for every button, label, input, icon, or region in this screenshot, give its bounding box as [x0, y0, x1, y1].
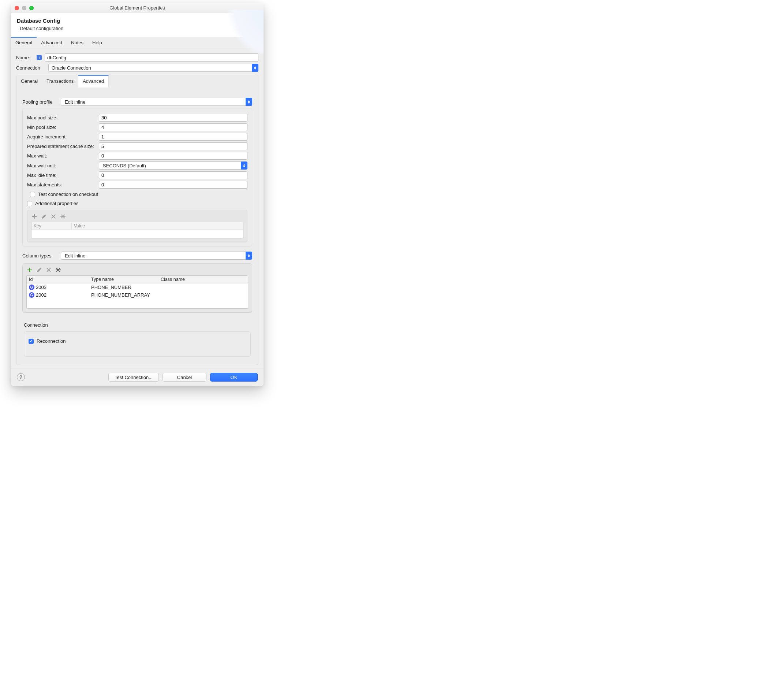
row-type-name: PHONE_NUMBER_ARRAY	[89, 291, 159, 299]
row-id: 2003	[36, 285, 47, 290]
prepared-cache-label: Prepared statement cache size:	[27, 143, 96, 149]
clear-icon	[60, 213, 66, 220]
col-header-id: Id	[27, 276, 89, 283]
header-title: Database Config	[17, 17, 258, 24]
globe-icon: G	[29, 292, 34, 298]
reconnection-checkbox[interactable]	[28, 339, 34, 344]
column-types-value: Edit inline	[65, 253, 85, 259]
max-idle-label: Max idle time:	[27, 173, 96, 178]
add-icon[interactable]	[26, 266, 33, 273]
delete-icon	[50, 213, 57, 220]
add-icon	[31, 213, 38, 220]
globe-icon: G	[29, 285, 34, 290]
pooling-profile-value: Edit inline	[65, 99, 85, 105]
max-wait-unit-select[interactable]: SECONDS (Default)	[99, 162, 247, 170]
pooling-profile-card: Max pool size: Min pool size: Acquire in…	[22, 108, 252, 246]
name-input[interactable]	[45, 53, 258, 62]
table-row[interactable]: G2003 PHONE_NUMBER	[27, 283, 248, 291]
header-subtitle: Default configuration	[20, 26, 258, 31]
kv-header-value: Value	[72, 222, 243, 230]
test-connection-button[interactable]: Test Connection...	[108, 373, 159, 382]
reconnection-label: Reconnection	[37, 338, 66, 344]
connection-label: Connection	[16, 65, 45, 71]
dialog-footer: ? Test Connection... Cancel OK	[11, 368, 263, 386]
row-class-name	[159, 287, 248, 288]
edit-icon	[36, 266, 42, 273]
minimize-icon	[22, 6, 26, 10]
kv-header-key: Key	[31, 222, 72, 230]
acquire-increment-label: Acquire increment:	[27, 134, 96, 140]
column-types-card: Id Type name Class name G2003 PHONE_NUMB…	[22, 263, 252, 313]
connection-section: Connection Reconnection	[22, 318, 252, 358]
test-checkout-label: Test connection on checkout	[38, 192, 98, 197]
connection-panel: General Transactions Advanced Pooling pr…	[16, 75, 258, 365]
zoom-icon[interactable]	[29, 6, 34, 10]
row-type-name: PHONE_NUMBER	[89, 283, 159, 291]
chevron-updown-icon	[241, 162, 247, 170]
col-header-class-name: Class name	[159, 276, 248, 283]
tab-notes[interactable]: Notes	[67, 37, 88, 48]
titlebar: Global Element Properties	[11, 3, 263, 13]
clear-icon[interactable]	[55, 266, 62, 273]
connection-value: Oracle Connection	[51, 65, 91, 71]
max-wait-unit-label: Max wait unit:	[27, 163, 96, 168]
delete-icon	[45, 266, 52, 273]
tab-help[interactable]: Help	[88, 37, 106, 48]
additional-props-table: Key Value	[31, 222, 243, 238]
inner-tab-transactions[interactable]: Transactions	[42, 75, 78, 87]
chevron-updown-icon	[246, 98, 252, 106]
max-statements-label: Max statements:	[27, 182, 96, 187]
dialog-header: Database Config Default configuration	[11, 13, 263, 37]
close-icon[interactable]	[15, 6, 19, 10]
pooling-profile-label: Pooling profile	[22, 99, 57, 105]
max-idle-input[interactable]	[99, 171, 247, 179]
max-pool-size-input[interactable]	[99, 114, 247, 121]
max-statements-input[interactable]	[99, 181, 247, 188]
min-pool-size-label: Min pool size:	[27, 125, 96, 130]
row-class-name	[159, 294, 248, 296]
ok-button[interactable]: OK	[210, 373, 258, 382]
connection-section-label: Connection	[24, 322, 251, 328]
table-row[interactable]: G2002 PHONE_NUMBER_ARRAY	[27, 291, 248, 299]
max-pool-size-label: Max pool size:	[27, 115, 96, 120]
column-types-label: Column types	[22, 253, 57, 259]
prepared-cache-input[interactable]	[99, 142, 247, 150]
max-wait-unit-value: SECONDS (Default)	[103, 163, 146, 168]
cancel-button[interactable]: Cancel	[162, 373, 207, 382]
inner-tab-general[interactable]: General	[17, 75, 42, 87]
main-tabs: General Advanced Notes Help	[11, 37, 263, 48]
dialog-window: Global Element Properties Database Confi…	[11, 3, 263, 386]
additional-props-table-card: Key Value	[27, 210, 247, 242]
test-checkout-checkbox[interactable]	[30, 192, 35, 197]
name-label: Name:	[16, 55, 34, 61]
min-pool-size-input[interactable]	[99, 123, 247, 131]
max-wait-input[interactable]	[99, 152, 247, 160]
help-icon[interactable]: ?	[17, 373, 25, 381]
row-id: 2002	[36, 292, 47, 298]
tab-advanced[interactable]: Advanced	[37, 37, 67, 48]
chevron-updown-icon	[246, 252, 252, 260]
additional-props-label: Additional properties	[35, 201, 79, 206]
acquire-increment-input[interactable]	[99, 133, 247, 141]
edit-icon	[40, 213, 47, 220]
col-header-type-name: Type name	[89, 276, 159, 283]
additional-props-checkbox[interactable]	[27, 201, 32, 206]
max-wait-label: Max wait:	[27, 153, 96, 159]
chevron-updown-icon	[252, 64, 258, 72]
tab-general[interactable]: General	[11, 37, 37, 48]
pooling-profile-select[interactable]: Edit inline	[61, 98, 252, 106]
connection-select[interactable]: Oracle Connection	[48, 64, 258, 72]
column-types-table: Id Type name Class name G2003 PHONE_NUMB…	[26, 276, 248, 309]
inner-tab-advanced[interactable]: Advanced	[78, 75, 109, 87]
window-title: Global Element Properties	[109, 5, 165, 11]
info-icon[interactable]: i	[37, 55, 42, 60]
column-types-select[interactable]: Edit inline	[61, 252, 252, 260]
